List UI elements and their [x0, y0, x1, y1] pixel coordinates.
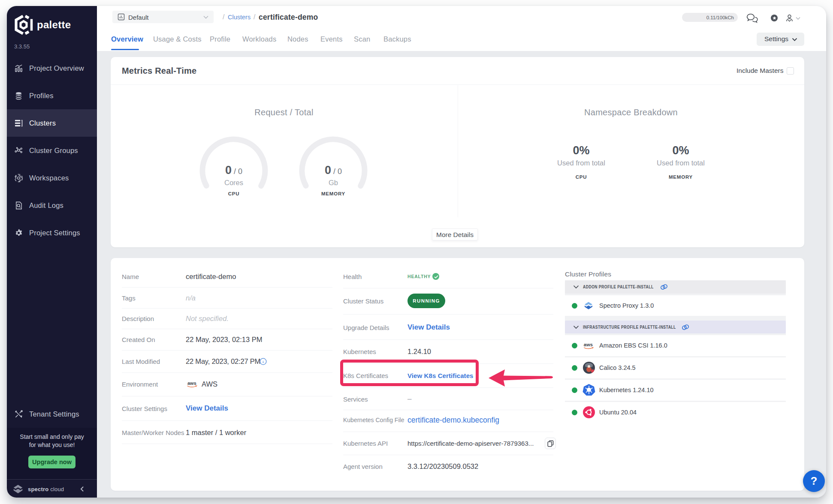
svg-text:aws: aws	[187, 381, 196, 386]
svg-text:aws: aws	[584, 342, 593, 347]
